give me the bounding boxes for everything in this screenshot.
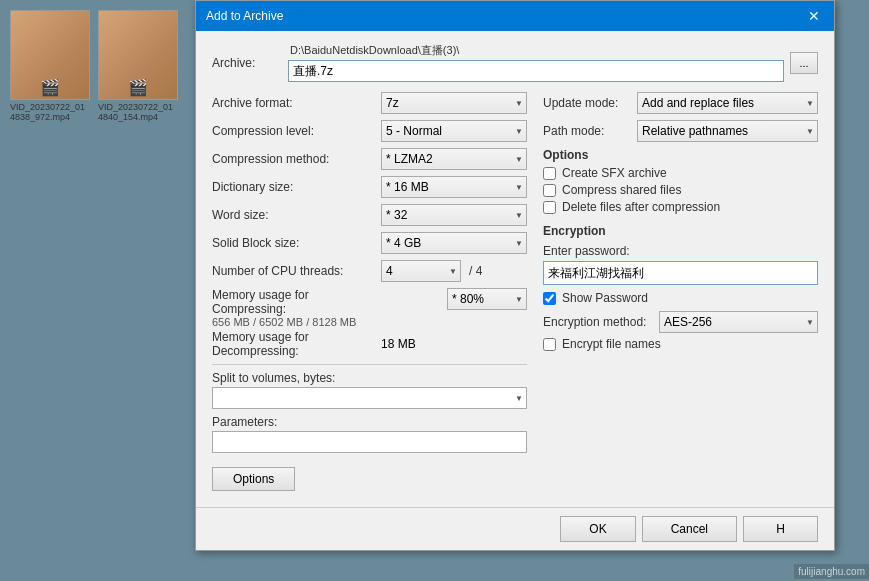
- password-label: Enter password:: [543, 244, 818, 258]
- dictionary-size-select-wrap: * 16 MB 4 MB 32 MB ▼: [381, 176, 527, 198]
- compression-level-label: Compression level:: [212, 124, 377, 138]
- thumbnail-container: 🎬 VID_20230722_01 4838_972.mp4 🎬 VID_202…: [10, 10, 190, 122]
- create-sfx-label: Create SFX archive: [562, 166, 667, 180]
- memory-compress-row: Memory usage for Compressing: 656 MB / 6…: [212, 288, 527, 328]
- archive-input-wrap: D:\BaiduNetdiskDownload\直播(3)\: [288, 43, 784, 82]
- compress-shared-checkbox[interactable]: [543, 184, 556, 197]
- options-section-title: Options: [543, 148, 818, 162]
- memory-decompress-row: Memory usage for Decompressing: 18 MB: [212, 330, 527, 358]
- compression-level-row: Compression level: 5 - Normal 0 - Store …: [212, 120, 527, 142]
- options-button[interactable]: Options: [212, 467, 295, 491]
- encryption-section: Encryption Enter password: Show Password…: [543, 224, 818, 351]
- create-sfx-row: Create SFX archive: [543, 166, 818, 180]
- compress-shared-row: Compress shared files: [543, 183, 818, 197]
- dialog-footer: OK Cancel H: [196, 507, 834, 550]
- show-password-label: Show Password: [562, 291, 648, 305]
- help-button[interactable]: H: [743, 516, 818, 542]
- archive-path-prefix: D:\BaiduNetdiskDownload\直播(3)\: [288, 43, 784, 58]
- memory-compress-detail: 656 MB / 6502 MB / 8128 MB: [212, 316, 447, 328]
- ok-button[interactable]: OK: [560, 516, 635, 542]
- split-volumes-section: Split to volumes, bytes: ▼: [212, 371, 527, 409]
- split-volumes-input-wrap: ▼: [212, 387, 527, 409]
- close-button[interactable]: ✕: [804, 6, 824, 26]
- background-area: 🎬 VID_20230722_01 4838_972.mp4 🎬 VID_202…: [0, 0, 200, 581]
- word-size-label: Word size:: [212, 208, 377, 222]
- compression-method-select[interactable]: * LZMA2 LZMA PPMd: [381, 148, 527, 170]
- compress-shared-label: Compress shared files: [562, 183, 681, 197]
- compression-level-select-wrap: 5 - Normal 0 - Store 9 - Ultra ▼: [381, 120, 527, 142]
- memory-decompress-value: 18 MB: [381, 337, 416, 351]
- archive-row: Archive: D:\BaiduNetdiskDownload\直播(3)\ …: [212, 43, 818, 82]
- update-mode-label: Update mode:: [543, 96, 633, 110]
- update-mode-select-wrap: Add and replace files Update and add fil…: [637, 92, 818, 114]
- cpu-threads-row: Number of CPU threads: 4 1 2 3 ▼ / 4: [212, 260, 527, 282]
- solid-block-size-label: Solid Block size:: [212, 236, 377, 250]
- memory-compress-right: * 80% 25% 50% 100% ▼: [447, 288, 527, 310]
- main-grid: Archive format: 7z zip tar ▼ Compression…: [212, 92, 818, 491]
- memory-decompress-label: Memory usage for Decompressing:: [212, 330, 377, 358]
- thumbnail-2-label: VID_20230722_01 4840_154.mp4: [98, 102, 178, 122]
- encrypt-filenames-label: Encrypt file names: [562, 337, 661, 351]
- memory-compress-select-wrap: * 80% 25% 50% 100% ▼: [447, 288, 527, 310]
- archive-label: Archive:: [212, 56, 282, 70]
- encryption-method-select[interactable]: AES-256 ZipCrypto: [659, 311, 818, 333]
- word-size-select-wrap: * 32 16 64 ▼: [381, 204, 527, 226]
- solid-block-size-select-wrap: * 4 GB 256 MB Solid ▼: [381, 232, 527, 254]
- parameters-input[interactable]: [212, 431, 527, 453]
- right-column: Update mode: Add and replace files Updat…: [543, 92, 818, 491]
- cancel-button[interactable]: Cancel: [642, 516, 737, 542]
- dictionary-size-select[interactable]: * 16 MB 4 MB 32 MB: [381, 176, 527, 198]
- parameters-section: Parameters:: [212, 415, 527, 453]
- cpu-threads-select[interactable]: 4 1 2 3: [381, 260, 461, 282]
- add-to-archive-dialog: Add to Archive ✕ Archive: D:\BaiduNetdis…: [195, 0, 835, 551]
- path-mode-select[interactable]: Relative pathnames Full pathnames No pat…: [637, 120, 818, 142]
- encryption-title: Encryption: [543, 224, 818, 238]
- update-mode-select[interactable]: Add and replace files Update and add fil…: [637, 92, 818, 114]
- browse-button[interactable]: ...: [790, 52, 818, 74]
- encryption-method-label: Encryption method:: [543, 315, 653, 329]
- password-input[interactable]: [543, 261, 818, 285]
- compression-method-select-wrap: * LZMA2 LZMA PPMd ▼: [381, 148, 527, 170]
- cpu-threads-total: / 4: [469, 264, 482, 278]
- memory-compress-select[interactable]: * 80% 25% 50% 100%: [447, 288, 527, 310]
- dialog-titlebar: Add to Archive ✕: [196, 1, 834, 31]
- encryption-method-select-wrap: AES-256 ZipCrypto ▼: [659, 311, 818, 333]
- create-sfx-checkbox[interactable]: [543, 167, 556, 180]
- show-password-checkbox[interactable]: [543, 292, 556, 305]
- cpu-threads-label: Number of CPU threads:: [212, 264, 377, 278]
- archive-format-select-wrap: 7z zip tar ▼: [381, 92, 527, 114]
- show-password-row: Show Password: [543, 291, 818, 305]
- solid-block-size-select[interactable]: * 4 GB 256 MB Solid: [381, 232, 527, 254]
- solid-block-size-row: Solid Block size: * 4 GB 256 MB Solid ▼: [212, 232, 527, 254]
- encrypt-filenames-checkbox[interactable]: [543, 338, 556, 351]
- dialog-title: Add to Archive: [206, 9, 283, 23]
- compression-method-row: Compression method: * LZMA2 LZMA PPMd ▼: [212, 148, 527, 170]
- split-volumes-label: Split to volumes, bytes:: [212, 371, 527, 385]
- delete-after-row: Delete files after compression: [543, 200, 818, 214]
- thumbnail-1: 🎬 VID_20230722_01 4838_972.mp4: [10, 10, 90, 122]
- archive-format-select[interactable]: 7z zip tar: [381, 92, 527, 114]
- left-column: Archive format: 7z zip tar ▼ Compression…: [212, 92, 527, 491]
- options-section: Options Create SFX archive Compress shar…: [543, 148, 818, 214]
- word-size-select[interactable]: * 32 16 64: [381, 204, 527, 226]
- compression-level-select[interactable]: 5 - Normal 0 - Store 9 - Ultra: [381, 120, 527, 142]
- split-volumes-input[interactable]: [212, 387, 527, 409]
- dialog-body: Archive: D:\BaiduNetdiskDownload\直播(3)\ …: [196, 31, 834, 503]
- encrypt-filenames-row: Encrypt file names: [543, 337, 818, 351]
- update-mode-row: Update mode: Add and replace files Updat…: [543, 92, 818, 114]
- compression-method-label: Compression method:: [212, 152, 377, 166]
- delete-after-label: Delete files after compression: [562, 200, 720, 214]
- archive-format-label: Archive format:: [212, 96, 377, 110]
- archive-input[interactable]: [288, 60, 784, 82]
- delete-after-checkbox[interactable]: [543, 201, 556, 214]
- thumbnail-1-label: VID_20230722_01 4838_972.mp4: [10, 102, 90, 122]
- word-size-row: Word size: * 32 16 64 ▼: [212, 204, 527, 226]
- path-mode-select-wrap: Relative pathnames Full pathnames No pat…: [637, 120, 818, 142]
- parameters-label: Parameters:: [212, 415, 527, 429]
- memory-compress-label: Memory usage for Compressing:: [212, 288, 377, 316]
- path-mode-row: Path mode: Relative pathnames Full pathn…: [543, 120, 818, 142]
- divider: [212, 364, 527, 365]
- watermark: fulijianghu.com: [794, 564, 869, 579]
- encryption-method-row: Encryption method: AES-256 ZipCrypto ▼: [543, 311, 818, 333]
- dictionary-size-label: Dictionary size:: [212, 180, 377, 194]
